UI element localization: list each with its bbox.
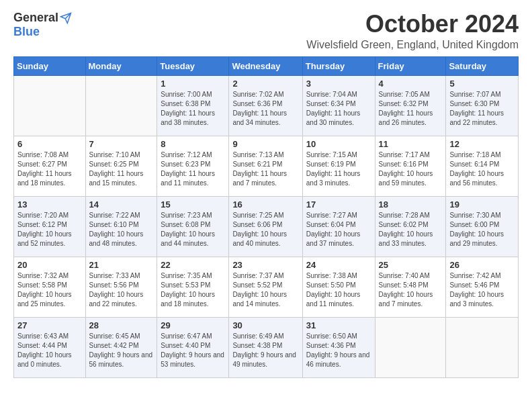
- calendar-cell: 23Sunrise: 7:37 AM Sunset: 5:52 PM Dayli…: [229, 257, 302, 317]
- day-info: Sunrise: 7:07 AM Sunset: 6:30 PM Dayligh…: [449, 90, 515, 128]
- day-number: 17: [306, 199, 371, 210]
- day-info: Sunrise: 7:22 AM Sunset: 6:10 PM Dayligh…: [89, 211, 154, 248]
- calendar-week-row: 27Sunrise: 6:43 AM Sunset: 4:44 PM Dayli…: [14, 317, 519, 377]
- logo-blue-text: Blue: [13, 25, 40, 39]
- header-wednesday: Wednesday: [229, 56, 302, 75]
- calendar-cell: [14, 75, 86, 136]
- day-number: 22: [161, 260, 225, 270]
- day-number: 9: [232, 139, 298, 149]
- calendar-week-row: 6Sunrise: 7:08 AM Sunset: 6:27 PM Daylig…: [14, 136, 519, 196]
- calendar-cell: 11Sunrise: 7:17 AM Sunset: 6:16 PM Dayli…: [375, 136, 446, 196]
- header-tuesday: Tuesday: [157, 56, 229, 75]
- day-info: Sunrise: 7:04 AM Sunset: 6:34 PM Dayligh…: [306, 90, 371, 128]
- day-info: Sunrise: 7:17 AM Sunset: 6:16 PM Dayligh…: [379, 150, 443, 188]
- day-number: 18: [379, 199, 443, 210]
- day-number: 14: [89, 199, 154, 210]
- day-info: Sunrise: 7:40 AM Sunset: 5:48 PM Dayligh…: [379, 271, 443, 309]
- calendar-cell: 21Sunrise: 7:33 AM Sunset: 5:56 PM Dayli…: [85, 257, 157, 317]
- calendar-cell: 31Sunrise: 6:50 AM Sunset: 4:36 PM Dayli…: [302, 317, 375, 377]
- day-info: Sunrise: 7:28 AM Sunset: 6:02 PM Dayligh…: [379, 211, 443, 248]
- header-thursday: Thursday: [302, 56, 375, 75]
- calendar-cell: 8Sunrise: 7:12 AM Sunset: 6:23 PM Daylig…: [157, 136, 229, 196]
- logo: General Blue: [13, 11, 72, 39]
- month-title: October 2024: [306, 11, 519, 38]
- day-info: Sunrise: 7:27 AM Sunset: 6:04 PM Dayligh…: [306, 211, 371, 248]
- calendar-cell: 15Sunrise: 7:23 AM Sunset: 6:08 PM Dayli…: [157, 196, 229, 257]
- location-title: Wivelsfield Green, England, United Kingd…: [306, 39, 519, 51]
- calendar-cell: 19Sunrise: 7:30 AM Sunset: 6:00 PM Dayli…: [446, 196, 519, 257]
- day-info: Sunrise: 6:50 AM Sunset: 4:36 PM Dayligh…: [306, 332, 371, 369]
- day-info: Sunrise: 7:15 AM Sunset: 6:19 PM Dayligh…: [306, 150, 371, 188]
- day-number: 26: [449, 260, 515, 270]
- calendar-cell: 13Sunrise: 7:20 AM Sunset: 6:12 PM Dayli…: [14, 196, 86, 257]
- day-number: 2: [232, 79, 298, 89]
- day-info: Sunrise: 6:45 AM Sunset: 4:42 PM Dayligh…: [89, 332, 154, 369]
- day-number: 8: [161, 139, 225, 149]
- logo-general-text: General: [13, 11, 58, 25]
- day-number: 11: [379, 139, 443, 149]
- day-number: 29: [161, 320, 225, 330]
- header-sunday: Sunday: [14, 56, 86, 75]
- header-friday: Friday: [375, 56, 446, 75]
- calendar-cell: 12Sunrise: 7:18 AM Sunset: 6:14 PM Dayli…: [446, 136, 519, 196]
- day-info: Sunrise: 6:49 AM Sunset: 4:38 PM Dayligh…: [232, 332, 298, 369]
- day-number: 19: [449, 199, 515, 210]
- day-info: Sunrise: 7:30 AM Sunset: 6:00 PM Dayligh…: [449, 211, 515, 248]
- calendar-cell: 1Sunrise: 7:00 AM Sunset: 6:38 PM Daylig…: [157, 75, 229, 136]
- calendar-cell: 9Sunrise: 7:13 AM Sunset: 6:21 PM Daylig…: [229, 136, 302, 196]
- day-number: 20: [17, 260, 82, 270]
- day-info: Sunrise: 7:08 AM Sunset: 6:27 PM Dayligh…: [17, 150, 82, 188]
- calendar-week-row: 13Sunrise: 7:20 AM Sunset: 6:12 PM Dayli…: [14, 196, 519, 257]
- day-number: 30: [232, 320, 298, 330]
- day-info: Sunrise: 7:12 AM Sunset: 6:23 PM Dayligh…: [161, 150, 225, 188]
- day-info: Sunrise: 7:33 AM Sunset: 5:56 PM Dayligh…: [89, 271, 154, 309]
- day-info: Sunrise: 7:18 AM Sunset: 6:14 PM Dayligh…: [449, 150, 515, 188]
- day-info: Sunrise: 7:20 AM Sunset: 6:12 PM Dayligh…: [17, 211, 82, 248]
- day-number: 6: [17, 139, 82, 149]
- day-info: Sunrise: 7:37 AM Sunset: 5:52 PM Dayligh…: [232, 271, 298, 309]
- calendar-cell: 6Sunrise: 7:08 AM Sunset: 6:27 PM Daylig…: [14, 136, 86, 196]
- day-number: 12: [449, 139, 515, 149]
- day-number: 21: [89, 260, 154, 270]
- day-number: 15: [161, 199, 225, 210]
- day-info: Sunrise: 7:05 AM Sunset: 6:32 PM Dayligh…: [379, 90, 443, 128]
- day-number: 7: [89, 139, 154, 149]
- calendar-cell: 29Sunrise: 6:47 AM Sunset: 4:40 PM Dayli…: [157, 317, 229, 377]
- calendar-cell: 17Sunrise: 7:27 AM Sunset: 6:04 PM Dayli…: [302, 196, 375, 257]
- calendar-week-row: 1Sunrise: 7:00 AM Sunset: 6:38 PM Daylig…: [14, 75, 519, 136]
- day-number: 10: [306, 139, 371, 149]
- day-number: 5: [449, 79, 515, 89]
- day-number: 28: [89, 320, 154, 330]
- calendar-cell: 3Sunrise: 7:04 AM Sunset: 6:34 PM Daylig…: [302, 75, 375, 136]
- day-info: Sunrise: 7:38 AM Sunset: 5:50 PM Dayligh…: [306, 271, 371, 309]
- calendar-table: SundayMondayTuesdayWednesdayThursdayFrid…: [13, 56, 519, 378]
- day-info: Sunrise: 7:10 AM Sunset: 6:25 PM Dayligh…: [89, 150, 154, 188]
- day-info: Sunrise: 7:02 AM Sunset: 6:36 PM Dayligh…: [232, 90, 298, 128]
- page-header: General Blue October 2024 Wivelsfield Gr…: [13, 11, 519, 51]
- day-info: Sunrise: 6:43 AM Sunset: 4:44 PM Dayligh…: [17, 332, 82, 369]
- day-info: Sunrise: 7:00 AM Sunset: 6:38 PM Dayligh…: [161, 90, 225, 128]
- calendar-cell: 4Sunrise: 7:05 AM Sunset: 6:32 PM Daylig…: [375, 75, 446, 136]
- day-number: 25: [379, 260, 443, 270]
- day-info: Sunrise: 6:47 AM Sunset: 4:40 PM Dayligh…: [161, 332, 225, 369]
- calendar-cell: 16Sunrise: 7:25 AM Sunset: 6:06 PM Dayli…: [229, 196, 302, 257]
- calendar-cell: 2Sunrise: 7:02 AM Sunset: 6:36 PM Daylig…: [229, 75, 302, 136]
- day-number: 23: [232, 260, 298, 270]
- day-info: Sunrise: 7:42 AM Sunset: 5:46 PM Dayligh…: [449, 271, 515, 309]
- title-area: October 2024 Wivelsfield Green, England,…: [306, 11, 519, 51]
- day-number: 31: [306, 320, 371, 330]
- day-number: 13: [17, 199, 82, 210]
- calendar-cell: 18Sunrise: 7:28 AM Sunset: 6:02 PM Dayli…: [375, 196, 446, 257]
- day-info: Sunrise: 7:13 AM Sunset: 6:21 PM Dayligh…: [232, 150, 298, 188]
- calendar-cell: 14Sunrise: 7:22 AM Sunset: 6:10 PM Dayli…: [85, 196, 157, 257]
- calendar-cell: 7Sunrise: 7:10 AM Sunset: 6:25 PM Daylig…: [85, 136, 157, 196]
- calendar-header-row: SundayMondayTuesdayWednesdayThursdayFrid…: [14, 56, 519, 75]
- calendar-cell: 5Sunrise: 7:07 AM Sunset: 6:30 PM Daylig…: [446, 75, 519, 136]
- calendar-cell: 10Sunrise: 7:15 AM Sunset: 6:19 PM Dayli…: [302, 136, 375, 196]
- day-number: 16: [232, 199, 298, 210]
- header-monday: Monday: [85, 56, 157, 75]
- logo-bird-icon: [60, 12, 72, 24]
- day-number: 24: [306, 260, 371, 270]
- day-number: 1: [161, 79, 225, 89]
- calendar-cell: 20Sunrise: 7:32 AM Sunset: 5:58 PM Dayli…: [14, 257, 86, 317]
